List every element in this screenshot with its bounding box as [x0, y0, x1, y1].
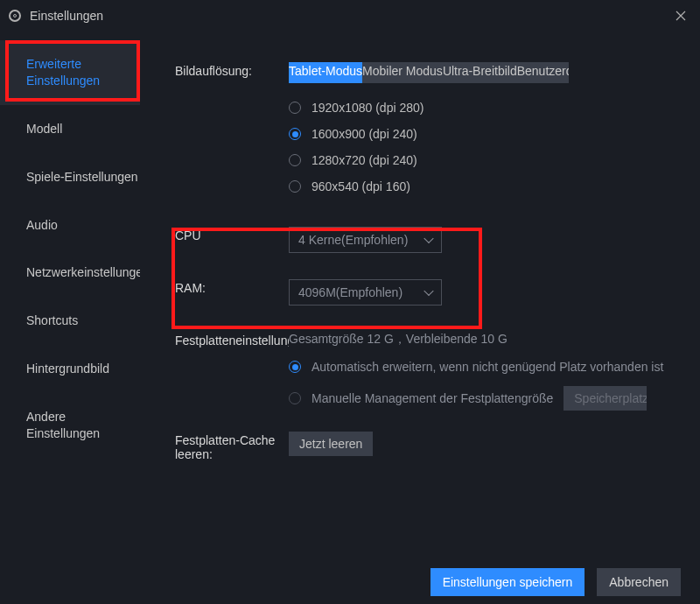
cancel-button[interactable]: Abbrechen [597, 568, 681, 596]
ram-label: RAM: [175, 279, 289, 295]
resolution-option[interactable]: 960x540 (dpi 160) [289, 179, 682, 193]
ram-value: 4096M(Empfohlen) [298, 285, 402, 299]
mode-tab-ultrawide[interactable]: Ultra-Breitbild [443, 62, 517, 83]
cache-label: Festplatten-Cache leeren: [175, 432, 289, 461]
gear-icon [9, 10, 21, 22]
cpu-value: 4 Kerne(Empfohlen) [298, 233, 408, 247]
sidebar-item-other[interactable]: Andere Einstellungen [0, 393, 140, 458]
sidebar-item-label: Andere Einstellungen [26, 410, 100, 440]
mode-tab-custom[interactable]: Benutzerdefiniert [517, 62, 569, 83]
sidebar-item-network[interactable]: Netzwerkeinstellungen [0, 249, 140, 297]
resolution-option[interactable]: 1600x900 (dpi 240) [289, 127, 682, 141]
resolution-label: Bildauflösung: [175, 62, 289, 78]
sidebar-item-label: Modell [26, 122, 62, 136]
sidebar-item-label: Erweiterte Einstellungen [26, 57, 100, 88]
save-button[interactable]: Einstellungen speichern [430, 568, 585, 596]
resolution-option[interactable]: 1280x720 (dpi 240) [289, 153, 682, 167]
radio-icon [289, 154, 301, 166]
resolution-mode-tabs: Tablet-Modus Mobiler Modus Ultra-Breitbi… [289, 62, 569, 83]
sidebar: Erweiterte Einstellungen Modell Spiele-E… [0, 32, 140, 560]
radio-icon [289, 128, 301, 140]
disk-option-auto[interactable]: Automatisch erweitern, wenn nicht genüge… [289, 360, 682, 374]
titlebar: Einstellungen [0, 0, 700, 32]
mode-tab-tablet[interactable]: Tablet-Modus [289, 62, 362, 83]
radio-icon [289, 361, 301, 373]
radio-icon [289, 392, 301, 404]
chevron-down-icon [424, 234, 433, 243]
disk-option-manual[interactable]: Manuelle Management der Festplattengröße… [289, 386, 682, 411]
sidebar-item-label: Netzwerkeinstellungen [26, 265, 140, 279]
mode-tab-mobile[interactable]: Mobiler Modus [362, 62, 443, 83]
sidebar-item-label: Audio [26, 218, 58, 232]
main-panel: Bildauflösung: Tablet-Modus Mobiler Modu… [140, 32, 700, 560]
expand-storage-button: Speicherplatz erweitern [564, 386, 647, 411]
ram-select[interactable]: 4096M(Empfohlen) [289, 279, 442, 306]
disk-label: Festplatteneinstellungen: [175, 332, 289, 348]
window-title: Einstellungen [30, 9, 103, 23]
cpu-select[interactable]: 4 Kerne(Empfohlen) [289, 227, 442, 253]
sidebar-item-label: Shortcuts [26, 313, 78, 327]
sidebar-item-games[interactable]: Spiele-Einstellungen [0, 153, 140, 201]
sidebar-item-shortcuts[interactable]: Shortcuts [0, 297, 140, 345]
close-button[interactable] [670, 5, 691, 26]
cpu-label: CPU [175, 227, 289, 242]
radio-icon [289, 102, 301, 114]
sidebar-item-label: Spiele-Einstellungen [26, 170, 138, 184]
sidebar-item-audio[interactable]: Audio [0, 201, 140, 249]
disk-info: Gesamtgröße 12 G，Verbleibende 10 G [289, 332, 682, 348]
resolution-option[interactable]: 1920x1080 (dpi 280) [289, 101, 682, 115]
sidebar-item-advanced[interactable]: Erweiterte Einstellungen [0, 40, 140, 105]
sidebar-item-label: Hintergrundbild [26, 362, 109, 376]
footer: Einstellungen speichern Abbrechen [0, 560, 700, 604]
resolution-options: 1920x1080 (dpi 280) 1600x900 (dpi 240) 1… [289, 101, 682, 193]
radio-icon [289, 180, 301, 193]
clear-cache-button[interactable]: Jetzt leeren [289, 432, 373, 456]
sidebar-item-wallpaper[interactable]: Hintergrundbild [0, 345, 140, 393]
sidebar-item-model[interactable]: Modell [0, 105, 140, 153]
chevron-down-icon [424, 286, 433, 296]
